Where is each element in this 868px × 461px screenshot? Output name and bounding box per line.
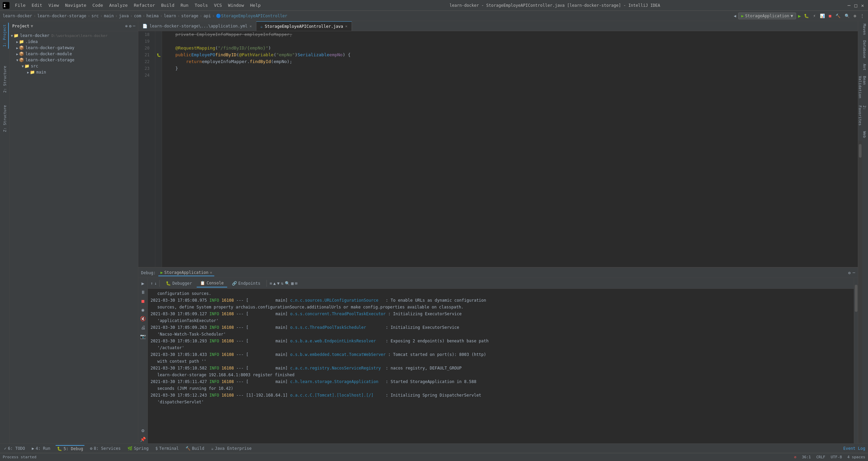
settings-button[interactable]: ⚙ (853, 13, 857, 19)
menu-file[interactable]: File (12, 1, 28, 9)
build-button[interactable]: 🔨 (834, 13, 842, 19)
console-layout-icon[interactable]: ⊞ (295, 281, 297, 286)
menu-analyze[interactable]: Analyze (106, 1, 131, 9)
menu-refactor[interactable]: Refactor (131, 1, 158, 9)
menu-help[interactable]: Help (248, 1, 263, 9)
console-down2-icon[interactable]: ▼ (277, 281, 279, 286)
tree-item-module[interactable]: ▶ 📦 learn-docker-module (9, 51, 138, 57)
sidebar-project-icon[interactable]: 1: Project (1, 22, 9, 49)
breadcrumb-main[interactable]: main (104, 14, 114, 18)
debug-settings-icon[interactable]: ⚙ (848, 270, 851, 275)
debug-stop-icon[interactable]: ■ (139, 297, 147, 305)
menu-run[interactable]: Run (178, 1, 191, 9)
editor-scrollbar[interactable] (859, 144, 862, 158)
console-up-icon[interactable]: ▲ (273, 281, 276, 286)
debug-print-icon[interactable]: 🖨 (139, 323, 147, 332)
tab-controller[interactable]: ☕ StorageEmployeAPIController.java ✕ (256, 21, 352, 31)
menu-code[interactable]: Code (90, 1, 106, 9)
menu-tools[interactable]: Tools (192, 1, 211, 9)
panel-add-icon[interactable]: ⊕ (125, 24, 127, 28)
more-button[interactable]: ⋮ (859, 13, 865, 19)
breadcrumb-java[interactable]: java (119, 14, 129, 18)
debug-tab-console[interactable]: 📋 Console (197, 279, 227, 287)
profile-button[interactable]: 📊 (819, 13, 826, 19)
stop-button[interactable]: ■ (828, 13, 832, 19)
status-encoding[interactable]: UTF-8 (831, 455, 842, 459)
run-config-dropdown[interactable]: ▶ StorageApplication ▼ (738, 13, 796, 19)
right-tab-favorites[interactable]: 2: Favorites (858, 103, 868, 128)
tree-item-root[interactable]: ▼ 📁 learn-docker D:\workspace\learn-dock… (9, 33, 138, 39)
console-sort-icon[interactable]: ⇅ (281, 281, 283, 286)
debug-resume-icon[interactable]: ▶ (139, 279, 147, 287)
close-button[interactable]: ✕ (860, 3, 865, 8)
menu-view[interactable]: View (46, 1, 62, 9)
console-search-icon[interactable]: 🔍 (285, 281, 290, 286)
coverage-button[interactable]: ⚡ (812, 13, 816, 19)
menu-window[interactable]: Window (225, 1, 247, 9)
bottom-tab-services[interactable]: ⚙ 8: Services (88, 445, 122, 452)
breadcrumb-com[interactable]: com (134, 14, 141, 18)
debug-pin-icon[interactable]: 📌 (139, 435, 147, 443)
debug-app-tab[interactable]: ▶ StorageApplication ✕ (158, 269, 214, 276)
debug-pause-icon[interactable]: ⏸ (139, 288, 147, 296)
right-tab-database[interactable]: Database (858, 38, 868, 61)
panel-minimize-icon[interactable]: ─ (133, 24, 135, 28)
search-button[interactable]: 🔍 (844, 13, 851, 19)
right-tab-bean[interactable]: Bean Validation (858, 73, 868, 103)
sidebar-structure-icon[interactable]: 2: Structure (1, 64, 9, 95)
minimize-button[interactable]: ─ (846, 3, 852, 8)
debug-view-breakpoints-icon[interactable]: ◉ (139, 306, 147, 314)
bottom-tab-run[interactable]: ▶ 4: Run (31, 445, 52, 452)
bottom-tab-debug[interactable]: 🐛 5: Debug (56, 445, 84, 452)
right-tab-ant[interactable]: Ant (858, 61, 868, 73)
tree-item-src[interactable]: ▼ 📁 src (9, 63, 138, 69)
status-position[interactable]: 36:1 (802, 455, 811, 459)
tab-close-yml[interactable]: ✕ (250, 24, 252, 28)
console-filter-icon[interactable]: ≡ (270, 281, 272, 286)
menu-edit[interactable]: Edit (29, 1, 45, 9)
status-crlf[interactable]: CRLF (816, 455, 825, 459)
menu-build[interactable]: Build (158, 1, 177, 9)
code-content[interactable]: private EmployeInfoMapper employeInfoMap… (162, 31, 858, 267)
debug-tab-debugger[interactable]: 🐛 Debugger (162, 280, 195, 287)
bottom-tab-terminal[interactable]: $ Terminal (154, 445, 180, 452)
debug-app-close[interactable]: ✕ (210, 270, 212, 275)
debug-down-icon[interactable]: ↓ (154, 281, 157, 286)
debug-up-icon[interactable]: ↑ (151, 281, 153, 286)
debug-tab-endpoints[interactable]: 🔗 Endpoints (229, 280, 264, 287)
console-table-icon[interactable]: ▦ (291, 281, 294, 286)
tab-close-controller[interactable]: ✕ (345, 24, 348, 28)
debug-settings2-icon[interactable]: ⚙ (139, 426, 147, 435)
menu-vcs[interactable]: VCS (211, 1, 224, 9)
bottom-tab-build[interactable]: 🔨 Build (184, 445, 205, 452)
status-indent[interactable]: 4 spaces (847, 455, 865, 459)
breadcrumb-learn[interactable]: learn (164, 14, 176, 18)
debug-mute-icon[interactable]: 🔇 (139, 315, 147, 323)
event-log-link[interactable]: Event Log (843, 446, 865, 451)
breadcrumb-class[interactable]: 🔵 (216, 14, 221, 18)
right-tab-maven[interactable]: Maven (858, 21, 868, 38)
bottom-tab-spring[interactable]: 🌿 Spring (126, 445, 150, 452)
tree-item-idea[interactable]: ▶ 📁 .idea (9, 39, 138, 45)
panel-settings-icon[interactable]: ⚙ (129, 24, 132, 28)
tree-item-gateway[interactable]: ▶ 📦 learn-docker-gateway (9, 45, 138, 51)
run-button[interactable]: ▶ (798, 13, 801, 19)
tree-item-main[interactable]: ▶ 📁 main (9, 69, 138, 75)
sidebar-z-structure-icon[interactable]: Z: Structure (1, 103, 9, 134)
console-output[interactable]: configuration sources. 2021-03-30 17:05:… (148, 289, 854, 443)
breadcrumb-heima[interactable]: heima (146, 14, 159, 18)
bottom-tab-java-enterprise[interactable]: ☕ Java Enterprise (210, 445, 253, 452)
debug-button[interactable]: 🐛 (803, 13, 810, 19)
right-tab-web[interactable]: Web (858, 128, 868, 141)
maximize-button[interactable]: □ (853, 3, 859, 8)
breadcrumb-controller[interactable]: StorageEmployeAPIController (221, 14, 287, 18)
nav-back-icon[interactable]: ◀ (734, 14, 736, 18)
breadcrumb-learn-docker-storage[interactable]: learn-docker-storage (37, 14, 86, 18)
debug-camera-icon[interactable]: 📷 (139, 332, 147, 340)
breadcrumb-learn-docker[interactable]: learn-docker (3, 14, 32, 18)
breadcrumb-src[interactable]: src (92, 14, 99, 18)
tree-item-storage[interactable]: ▼ 📦 learn-docker-storage (9, 57, 138, 63)
bottom-tab-todo[interactable]: ✓ 6: TODO (3, 445, 26, 452)
console-scrollbar[interactable] (855, 285, 857, 312)
menu-navigate[interactable]: Navigate (62, 1, 89, 9)
